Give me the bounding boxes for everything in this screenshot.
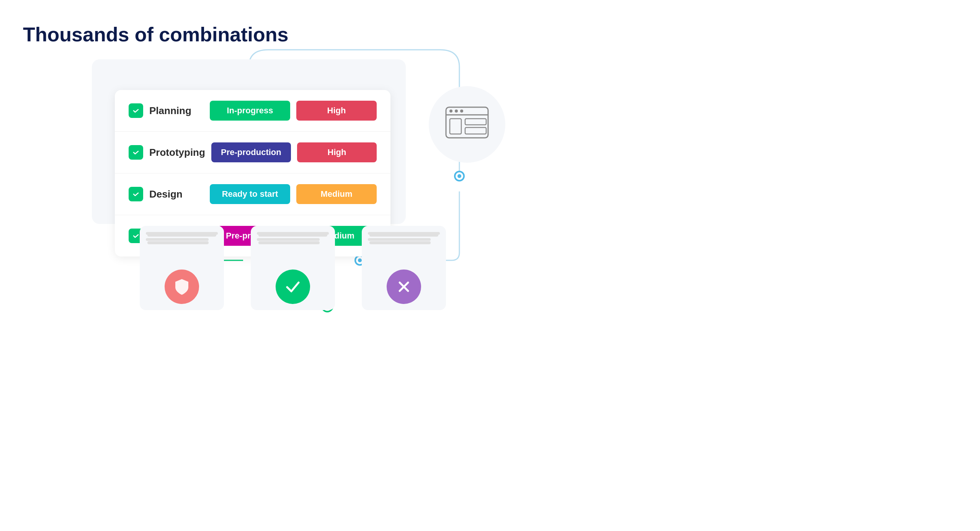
svg-point-4 — [455, 172, 464, 181]
priority-badge: High — [296, 101, 377, 121]
svg-point-18 — [460, 109, 463, 113]
svg-point-16 — [449, 109, 452, 113]
svg-point-17 — [455, 109, 458, 113]
bottom-card-2 — [251, 226, 335, 310]
page-title: Thousands of combinations — [23, 23, 288, 46]
svg-rect-19 — [450, 119, 461, 134]
task-row: Prototyping Pre-production High — [115, 132, 390, 173]
window-icon-card — [429, 86, 505, 163]
svg-rect-21 — [465, 127, 486, 134]
task-row: Planning In-progress High — [115, 90, 390, 132]
task-checkbox[interactable] — [129, 103, 143, 118]
svg-rect-14 — [446, 107, 488, 138]
shield-icon-container — [165, 270, 199, 304]
check-icon-container — [276, 270, 310, 304]
task-checkbox[interactable] — [129, 187, 143, 201]
close-icon-container — [387, 270, 421, 304]
priority-badge: Medium — [296, 184, 377, 204]
task-name: Prototyping — [149, 147, 205, 158]
main-card: Planning In-progress High Prototyping Pr… — [92, 59, 406, 224]
status-badge: Pre-production — [211, 142, 291, 162]
status-badge: Ready to start — [210, 184, 290, 204]
task-row: Design Ready to start Medium — [115, 173, 390, 215]
status-badge: In-progress — [210, 101, 290, 121]
bottom-card-1 — [140, 226, 224, 310]
bottom-card-3 — [362, 226, 446, 310]
window-icon — [444, 105, 490, 144]
priority-badge: High — [297, 142, 377, 162]
task-checkbox[interactable] — [129, 145, 143, 160]
svg-point-5 — [457, 174, 461, 178]
bottom-cards — [136, 226, 450, 310]
task-name: Planning — [149, 105, 204, 117]
task-name: Design — [149, 188, 204, 200]
svg-rect-20 — [465, 119, 486, 125]
